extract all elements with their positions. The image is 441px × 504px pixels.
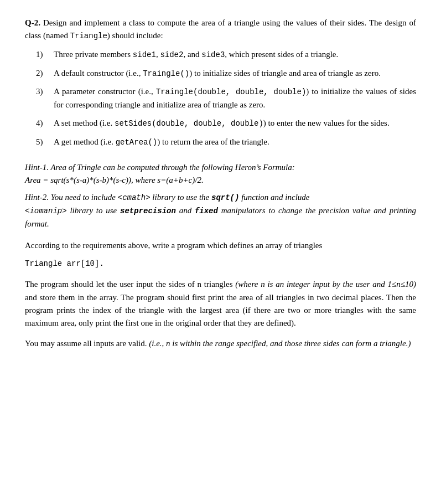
question-intro-end: ) should include: xyxy=(107,31,163,40)
list-num-4: 4) xyxy=(36,117,54,130)
program-description: The program should let the user input th… xyxy=(25,278,416,330)
according-section: According to the requirements above, wri… xyxy=(25,239,416,351)
list-content-1: Three private members side1, side2, and … xyxy=(54,48,416,61)
list-content-4: A set method (i.e. setSides(double, doub… xyxy=(54,117,416,130)
hint2: Hint-2. You need to include <cmath> libr… xyxy=(25,191,416,230)
question-intro: Q-2. Design and implement a class to com… xyxy=(25,17,416,43)
requirements-list: 1) Three private members side1, side2, a… xyxy=(36,48,416,149)
list-item-4: 4) A set method (i.e. setSides(double, d… xyxy=(36,117,416,130)
hint2-text: Hint-2. You need to include <cmath> libr… xyxy=(25,193,416,228)
array-declaration: Triangle arr[10]. xyxy=(25,258,416,270)
list-content-2: A default constructor (i.e., Traingle())… xyxy=(54,67,416,80)
hint1: Hint-1. Area of Tringle can be computed … xyxy=(25,161,416,187)
list-num-1: 1) xyxy=(36,48,54,61)
list-num-5: 5) xyxy=(36,136,54,149)
list-num-3: 3) xyxy=(36,85,54,111)
list-content-3: A parameter constructor (i.e., Traingle(… xyxy=(54,85,416,111)
question-container: Q-2. Design and implement a class to com… xyxy=(25,17,416,351)
question-label: Q-2. xyxy=(25,18,40,27)
list-item-2: 2) A default constructor (i.e., Traingle… xyxy=(36,67,416,80)
class-name-code: Triangle xyxy=(70,32,107,40)
final-note: You may assume all inputs are valid. (i.… xyxy=(25,337,416,350)
list-item-1: 1) Three private members side1, side2, a… xyxy=(36,48,416,61)
according-text: According to the requirements above, wri… xyxy=(25,239,416,252)
list-item-3: 3) A parameter constructor (i.e., Traing… xyxy=(36,85,416,111)
list-num-2: 2) xyxy=(36,67,54,80)
list-item-5: 5) A get method (i.e. getArea()) to retu… xyxy=(36,136,416,149)
question-header: Q-2. Design and implement a class to com… xyxy=(25,17,416,43)
hints-section: Hint-1. Area of Tringle can be computed … xyxy=(25,161,416,230)
list-content-5: A get method (i.e. getArea()) to return … xyxy=(54,136,416,149)
